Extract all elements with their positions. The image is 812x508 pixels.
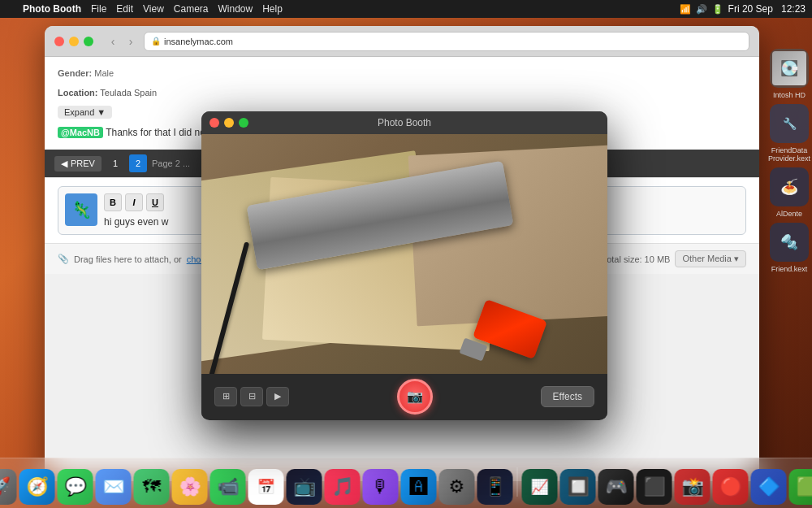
dock-mail[interactable]: ✉️ <box>96 469 132 505</box>
pb-minimize-button[interactable] <box>224 118 234 128</box>
browser-nav: ‹ › <box>106 35 137 48</box>
menubar-right: 📶 🔊 🔋 Fri 20 Sep 12:23 <box>680 3 812 15</box>
dock-iphone[interactable]: 📱 <box>477 469 513 505</box>
friend-kext-label: Friend.kext <box>771 265 808 273</box>
post-meta-location: Location: Teulada Spain <box>58 83 746 102</box>
menubar: Photo Booth File Edit View Camera Window… <box>0 0 812 18</box>
app-name[interactable]: Photo Booth <box>23 3 81 15</box>
underline-button[interactable]: U <box>146 193 164 211</box>
dock-settings[interactable]: ⚙ <box>439 469 475 505</box>
page-2-button[interactable]: 2 <box>129 154 147 172</box>
post-gender-value: Male <box>94 68 114 78</box>
dock-calendar[interactable]: 📅 <box>248 469 284 505</box>
pb-view-modes: ⊞ ⊟ ▶ <box>214 387 289 406</box>
capture-button[interactable]: 📷 <box>397 379 433 415</box>
dock-messages[interactable]: 💬 <box>58 469 93 505</box>
hd-label: Intosh HD <box>773 91 806 99</box>
photobooth-titlebar: Photo Booth <box>201 111 607 134</box>
friend-data-label: FriendDataProvider.kext <box>768 146 810 163</box>
dock-gamepad[interactable]: 🎮 <box>598 469 634 505</box>
menubar-time: Fri 20 Sep 12:23 <box>728 3 806 15</box>
dock-maps[interactable]: 🗺 <box>134 469 170 505</box>
aldente-label: AlDente <box>776 210 802 218</box>
photobooth-controls: ⊞ ⊟ ▶ 📷 Effects <box>201 374 607 419</box>
photobooth-title: Photo Booth <box>378 117 431 128</box>
aldente-icon[interactable]: 🍝 <box>770 167 809 206</box>
page-1-button[interactable]: 1 <box>106 154 124 172</box>
friend-kext-icon[interactable]: 🔩 <box>770 223 809 262</box>
dock-facetime[interactable]: 📹 <box>210 469 246 505</box>
bold-button[interactable]: B <box>104 193 122 211</box>
dock-appstore[interactable]: 🅰 <box>401 469 437 505</box>
dock-separator <box>517 467 518 497</box>
post-location-value: Teulada Spain <box>100 88 157 98</box>
pb-traffic-lights <box>209 118 248 128</box>
menu-edit[interactable]: Edit <box>116 3 133 15</box>
page-text: Page 2 ... <box>152 158 190 168</box>
dock-intel-power[interactable]: 🔲 <box>560 469 596 505</box>
dock-tv[interactable]: 📺 <box>287 469 322 505</box>
wifi-icon: 🔊 <box>696 4 707 15</box>
other-media-button[interactable]: Other Media ▾ <box>675 250 746 267</box>
address-bar[interactable]: 🔒 insanelymac.com <box>144 32 749 51</box>
single-photo-mode[interactable]: ⊞ <box>214 387 237 406</box>
friend-kext-img: 🔩 <box>772 225 806 259</box>
pb-maximize-button[interactable] <box>239 118 248 128</box>
video-mode[interactable]: ▶ <box>266 387 289 406</box>
photo-scene <box>201 134 607 374</box>
menu-file[interactable]: File <box>91 3 106 15</box>
lock-icon: 🔒 <box>151 37 161 46</box>
kext-icon: 🔧 <box>772 106 806 141</box>
dock-music[interactable]: 🎵 <box>325 469 361 505</box>
minimize-button[interactable] <box>69 37 79 46</box>
desktop: ‹ › 🔒 insanelymac.com Gender: Male Locat… <box>0 18 812 508</box>
effects-button[interactable]: Effects <box>541 386 594 407</box>
menu-camera[interactable]: Camera <box>174 3 209 15</box>
dock-photos[interactable]: 🌸 <box>172 469 208 505</box>
dock-app-green[interactable]: 🟩 <box>789 469 813 505</box>
dock-safari[interactable]: 🧭 <box>19 469 55 505</box>
menu-window[interactable]: Window <box>218 3 253 15</box>
photobooth-window: Photo Booth ⊞ ⊟ ▶ 📷 <box>201 111 607 420</box>
dock-launchpad[interactable]: 🚀 <box>0 469 17 505</box>
camera-icon: 📷 <box>407 389 423 404</box>
dock-stocks[interactable]: 📈 <box>522 469 558 505</box>
dock-app-blue[interactable]: 🔷 <box>751 469 787 505</box>
paperclip-icon: 📎 <box>58 254 69 264</box>
browser-titlebar: ‹ › 🔒 insanelymac.com <box>45 26 759 57</box>
menu-help[interactable]: Help <box>262 3 283 15</box>
forward-button[interactable]: › <box>124 35 137 48</box>
expand-button[interactable]: Expand ▼ <box>58 106 112 119</box>
aldente-img: 🍝 <box>772 170 806 204</box>
url-text: insanelymac.com <box>164 37 233 46</box>
battery-icon: 🔋 <box>712 4 723 15</box>
close-button[interactable] <box>54 37 64 46</box>
post-meta-gender: Gender: Male <box>58 63 746 83</box>
right-sidebar: 💽 Intosh HD 🔧 FriendDataProvider.kext 🍝 … <box>768 42 810 280</box>
dock: 🐟 🚀 🧭 💬 ✉️ 🗺 🌸 📹 📅 📺 🎵 🎙 🅰 ⚙ 📱 📈 🔲 🎮 ⬛ 📸… <box>0 458 812 508</box>
traffic-lights <box>54 37 93 46</box>
mention-tag: @MacNB <box>58 127 103 138</box>
menubar-left: Photo Booth File Edit View Camera Window… <box>0 3 283 15</box>
attach-right: Max total size: 10 MB Other Media ▾ <box>585 250 746 267</box>
italic-button[interactable]: I <box>125 193 143 211</box>
dock-terminal[interactable]: ⬛ <box>637 469 672 505</box>
dock-photobooth[interactable]: 📸 <box>675 469 710 505</box>
network-icon: 📶 <box>680 4 691 15</box>
hd-disk-icon: 💽 <box>772 51 806 85</box>
menu-view[interactable]: View <box>143 3 164 15</box>
reply-avatar: 🦎 <box>65 193 97 226</box>
hard-drive-icon[interactable]: 💽 <box>770 49 809 88</box>
four-photo-mode[interactable]: ⊟ <box>240 387 263 406</box>
photobooth-viewport <box>201 134 607 374</box>
drag-text: Drag files here to attach, or <box>74 254 182 264</box>
friend-data-provider-icon[interactable]: 🔧 <box>770 104 809 143</box>
dock-app-red[interactable]: 🔴 <box>713 469 749 505</box>
maximize-button[interactable] <box>84 37 93 46</box>
prev-button[interactable]: ◀ PREV <box>54 156 102 172</box>
back-button[interactable]: ‹ <box>106 35 119 48</box>
pb-close-button[interactable] <box>209 118 219 128</box>
dock-podcasts[interactable]: 🎙 <box>363 469 399 505</box>
